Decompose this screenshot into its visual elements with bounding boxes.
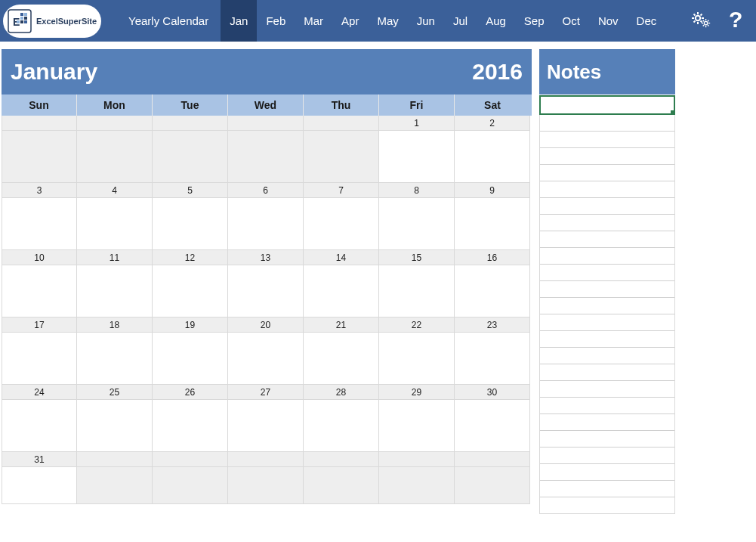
- day-body[interactable]: [77, 265, 152, 317]
- day-body[interactable]: [304, 265, 378, 317]
- day-body[interactable]: [379, 131, 454, 182]
- day-body[interactable]: [455, 467, 529, 503]
- calendar-cell[interactable]: 2: [455, 116, 530, 183]
- day-body[interactable]: [379, 333, 454, 384]
- tab-month-jun[interactable]: Jun: [408, 0, 444, 42]
- calendar-cell[interactable]: 24: [2, 385, 77, 452]
- day-body[interactable]: [304, 131, 378, 182]
- calendar-cell[interactable]: 28: [304, 385, 379, 452]
- calendar-cell[interactable]: 1: [379, 116, 455, 183]
- day-body[interactable]: [2, 131, 76, 182]
- tab-month-apr[interactable]: Apr: [332, 0, 368, 42]
- day-body[interactable]: [153, 400, 227, 451]
- calendar-cell[interactable]: 30: [455, 385, 530, 452]
- day-body[interactable]: [77, 131, 152, 182]
- day-body[interactable]: [153, 265, 227, 317]
- calendar-cell[interactable]: 13: [228, 250, 304, 317]
- tab-month-aug[interactable]: Aug: [477, 0, 515, 42]
- day-body[interactable]: [228, 265, 303, 317]
- calendar-cell[interactable]: 8: [379, 183, 455, 250]
- day-body[interactable]: [2, 467, 76, 503]
- day-body[interactable]: [153, 198, 227, 249]
- calendar-cell[interactable]: [228, 116, 304, 183]
- notes-lines[interactable]: [539, 115, 675, 514]
- calendar-cell[interactable]: 21: [304, 317, 379, 385]
- day-body[interactable]: [2, 198, 76, 249]
- day-body[interactable]: [455, 265, 529, 317]
- day-body[interactable]: [379, 400, 454, 451]
- calendar-cell[interactable]: [77, 116, 153, 183]
- calendar-cell[interactable]: [2, 116, 77, 183]
- calendar-cell[interactable]: 16: [455, 250, 530, 317]
- calendar-cell[interactable]: 25: [77, 385, 153, 452]
- calendar-cell[interactable]: 22: [379, 317, 455, 385]
- tab-yearly-calendar[interactable]: Yearly Calendar: [116, 0, 221, 42]
- day-body[interactable]: [379, 265, 454, 317]
- tab-month-sep[interactable]: Sep: [515, 0, 554, 42]
- tab-month-jul[interactable]: Jul: [444, 0, 477, 42]
- tab-month-dec[interactable]: Dec: [628, 0, 666, 42]
- settings-icon[interactable]: [690, 11, 711, 32]
- calendar-cell[interactable]: [379, 452, 455, 504]
- calendar-cell[interactable]: 26: [153, 385, 228, 452]
- calendar-cell[interactable]: 4: [77, 183, 153, 250]
- notes-active-cell[interactable]: [539, 95, 675, 115]
- calendar-cell[interactable]: 9: [455, 183, 530, 250]
- day-body[interactable]: [455, 198, 529, 249]
- calendar-cell[interactable]: 18: [77, 317, 153, 385]
- calendar-cell[interactable]: 20: [228, 317, 304, 385]
- help-icon[interactable]: ?: [727, 9, 742, 33]
- day-body[interactable]: [455, 131, 529, 182]
- calendar-cell[interactable]: 15: [379, 250, 455, 317]
- day-body[interactable]: [228, 400, 303, 451]
- day-body[interactable]: [153, 333, 227, 384]
- day-body[interactable]: [153, 467, 227, 503]
- day-body[interactable]: [2, 333, 76, 384]
- calendar-cell[interactable]: [77, 452, 153, 504]
- day-body[interactable]: [304, 467, 378, 503]
- tab-month-mar[interactable]: Mar: [295, 0, 332, 42]
- day-body[interactable]: [379, 467, 454, 503]
- calendar-cell[interactable]: [304, 452, 379, 504]
- calendar-cell[interactable]: 19: [153, 317, 228, 385]
- day-body[interactable]: [77, 198, 152, 249]
- day-body[interactable]: [228, 198, 303, 249]
- calendar-cell[interactable]: 10: [2, 250, 77, 317]
- calendar-cell[interactable]: [228, 452, 304, 504]
- calendar-cell[interactable]: 29: [379, 385, 455, 452]
- tab-month-jan[interactable]: Jan: [221, 0, 257, 42]
- calendar-cell[interactable]: 5: [153, 183, 228, 250]
- calendar-cell[interactable]: 11: [77, 250, 153, 317]
- day-body[interactable]: [304, 333, 378, 384]
- day-body[interactable]: [379, 198, 454, 249]
- day-body[interactable]: [304, 198, 378, 249]
- tab-month-oct[interactable]: Oct: [554, 0, 589, 42]
- day-body[interactable]: [228, 467, 303, 503]
- calendar-cell[interactable]: [153, 116, 228, 183]
- calendar-cell[interactable]: 12: [153, 250, 228, 317]
- calendar-cell[interactable]: [153, 452, 228, 504]
- calendar-cell[interactable]: 14: [304, 250, 379, 317]
- day-body[interactable]: [77, 467, 152, 503]
- tab-month-may[interactable]: May: [368, 0, 407, 42]
- day-body[interactable]: [228, 131, 303, 182]
- day-body[interactable]: [304, 400, 378, 451]
- calendar-cell[interactable]: 17: [2, 317, 77, 385]
- calendar-cell[interactable]: 6: [228, 183, 304, 250]
- tab-month-feb[interactable]: Feb: [257, 0, 295, 42]
- calendar-cell[interactable]: 31: [2, 452, 77, 504]
- tab-month-nov[interactable]: Nov: [589, 0, 628, 42]
- day-body[interactable]: [228, 333, 303, 384]
- calendar-cell[interactable]: [304, 116, 379, 183]
- day-body[interactable]: [77, 333, 152, 384]
- day-body[interactable]: [2, 400, 76, 451]
- calendar-cell[interactable]: 27: [228, 385, 304, 452]
- day-body[interactable]: [455, 400, 529, 451]
- day-body[interactable]: [455, 333, 529, 384]
- calendar-cell[interactable]: 7: [304, 183, 379, 250]
- day-body[interactable]: [2, 265, 76, 317]
- day-body[interactable]: [153, 131, 227, 182]
- calendar-cell[interactable]: 3: [2, 183, 77, 250]
- day-body[interactable]: [77, 400, 152, 451]
- calendar-cell[interactable]: [455, 452, 530, 504]
